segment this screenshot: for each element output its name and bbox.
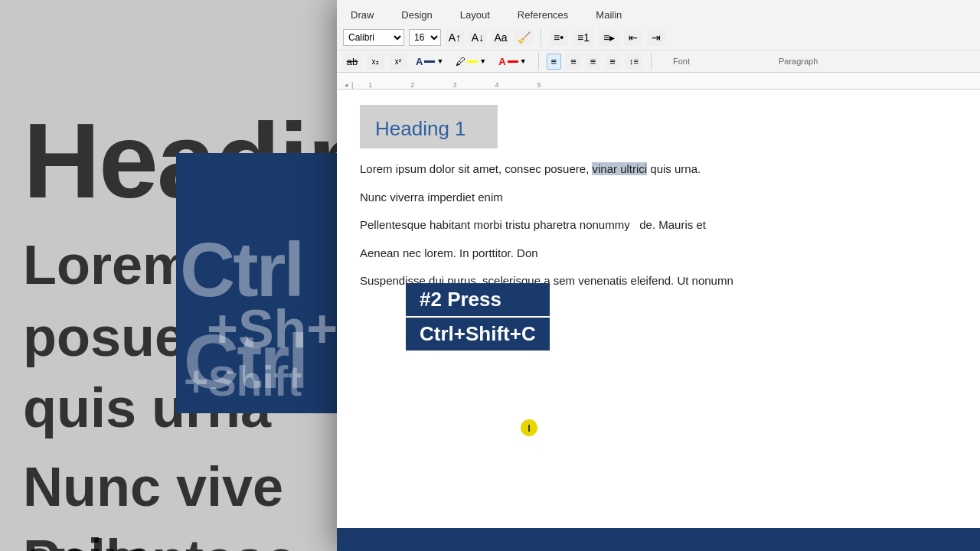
tab-references[interactable]: References [504,3,582,25]
bg-shift-c-text: +Sh+C [207,298,377,360]
selected-text-1: vinar ultrici [592,162,647,175]
highlight-overlay: #2 Press Ctrl+Shift+C [406,283,550,350]
word-window: Draw Design Layout References Mailin Cal… [337,0,980,551]
divider1 [541,28,541,47]
increase-indent-button[interactable]: ⇥ [647,29,665,46]
align-left-button[interactable]: ≡ [547,54,562,70]
bullet-list-button[interactable]: ≡• [549,29,568,46]
tab-draw[interactable]: Draw [337,3,387,25]
font-shrink-button[interactable]: A↓ [469,29,487,46]
toolbar-row2: ab x₂ x² A ▼ 🖊 ▼ A ▼ ≡ [337,50,980,72]
change-case-button[interactable]: Aa [492,29,510,46]
ribbon: Draw Design Layout References Mailin Cal… [337,0,980,73]
ruler-ticks: ◂ | 1 2 3 4 5 [337,73,980,89]
tab-bar: Draw Design Layout References Mailin [337,0,980,25]
highlight-line1: #2 Press [406,283,550,316]
divider2 [538,52,539,70]
decrease-indent-button[interactable]: ⇤ [624,29,642,46]
heading-block: Heading 1 [360,105,498,148]
tab-mailing[interactable]: Mailin [582,3,635,25]
font-name-select[interactable]: Calibri [343,29,404,46]
paragraph-1: Lorem ipsum dolor sit amet, consec posue… [360,161,957,178]
font-grow-button[interactable]: A↑ [446,29,464,46]
align-justify-button[interactable]: ≡ [605,54,620,70]
ruler-1: 1 [368,81,372,89]
superscript-button[interactable]: x² [389,53,407,70]
blue-bottom-bar [337,528,980,551]
font-color2-button[interactable]: A ▼ [495,54,530,70]
ruler: ◂ | 1 2 3 4 5 [337,73,980,90]
ruler-2: 2 [410,81,414,89]
ruler-3: 3 [452,81,456,89]
paragraph-group-label: Paragraph [773,55,824,67]
align-right-button[interactable]: ≡ [586,54,601,70]
font-color-button[interactable]: A ▼ [412,54,447,70]
font-size-select[interactable]: 16 [409,29,441,46]
paragraph-pellentesque: Pellentesque habitant morbi tristu phare… [360,217,957,234]
highlight-line2: Ctrl+Shift+C [406,318,550,350]
font-group-label: Font [667,55,696,67]
align-center-button[interactable]: ≡ [566,54,581,70]
line-spacing-button[interactable]: ↕≡ [625,53,643,70]
text-cursor: I [521,419,537,436]
bg-pellentesque-text: Pellentesc [23,528,296,551]
ruler-zero: | [351,81,353,89]
subscript-button[interactable]: x₂ [366,53,384,70]
paragraph-aenean: Aenean nec lorem. In porttitor. Don [360,245,957,262]
ruler-5: 5 [537,81,541,89]
divider3 [651,52,652,70]
numbered-list-button[interactable]: ≡1 [573,29,594,46]
toolbar-row1: Calibri 16 A↑ A↓ Aa 🧹 ≡• ≡1 ≡▸ ⇤ ⇥ [337,25,980,50]
clear-format-button[interactable]: 🧹 [514,29,533,46]
paragraph-nunc: Nunc viverra imperdiet enim [360,189,957,207]
ruler-4: 4 [495,81,498,89]
text-highlight-button[interactable]: 🖊 ▼ [452,54,490,70]
tab-layout[interactable]: Layout [446,3,504,25]
multilevel-list-button[interactable]: ≡▸ [599,29,619,46]
heading-1-text: Heading 1 [375,117,482,141]
tab-design[interactable]: Design [387,3,446,25]
strikethrough-button[interactable]: ab [343,53,361,70]
